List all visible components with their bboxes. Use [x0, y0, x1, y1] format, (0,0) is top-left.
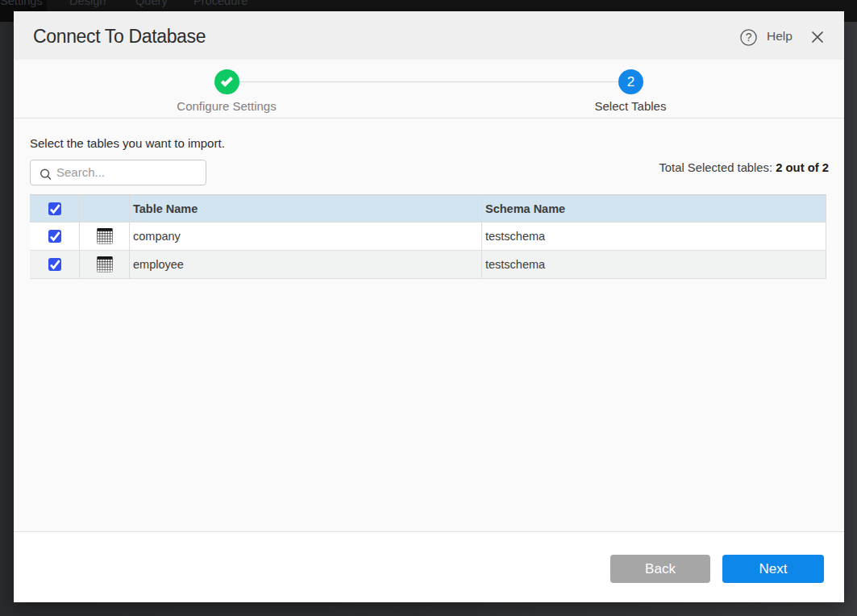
- svg-text:?: ?: [746, 31, 752, 44]
